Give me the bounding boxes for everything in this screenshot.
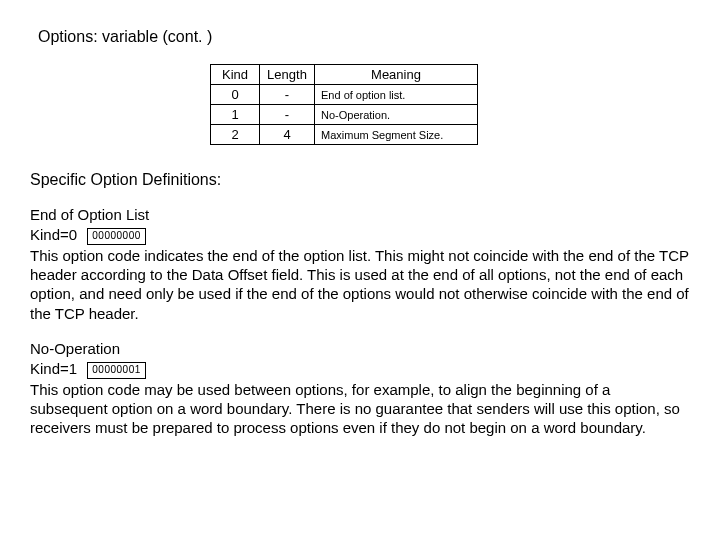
- option-kind-label: Kind=1: [30, 360, 77, 377]
- option-definition: End of Option List Kind=0 00000000 This …: [30, 205, 690, 323]
- option-kind-label: Kind=0: [30, 226, 77, 243]
- option-name: End of Option List: [30, 205, 690, 224]
- table-row: 0 - End of option list.: [211, 85, 478, 105]
- option-definition: No-Operation Kind=1 00000001 This option…: [30, 339, 690, 438]
- option-name: No-Operation: [30, 339, 690, 358]
- col-length: Length: [260, 65, 315, 85]
- cell-kind: 2: [211, 125, 260, 145]
- cell-length: -: [260, 105, 315, 125]
- page-title: Options: variable (cont. ): [38, 28, 690, 46]
- cell-length: -: [260, 85, 315, 105]
- table-row: 1 - No-Operation.: [211, 105, 478, 125]
- cell-meaning: No-Operation.: [315, 105, 478, 125]
- cell-meaning: Maximum Segment Size.: [315, 125, 478, 145]
- option-description: This option code may be used between opt…: [30, 380, 690, 438]
- cell-meaning: End of option list.: [315, 85, 478, 105]
- cell-kind: 0: [211, 85, 260, 105]
- section-heading: Specific Option Definitions:: [30, 171, 690, 189]
- table-row: 2 4 Maximum Segment Size.: [211, 125, 478, 145]
- option-description: This option code indicates the end of th…: [30, 246, 690, 323]
- table-header-row: Kind Length Meaning: [211, 65, 478, 85]
- option-kind-line: Kind=0 00000000: [30, 225, 690, 245]
- col-meaning: Meaning: [315, 65, 478, 85]
- cell-kind: 1: [211, 105, 260, 125]
- option-bits: 00000000: [87, 228, 146, 245]
- cell-length: 4: [260, 125, 315, 145]
- option-bits: 00000001: [87, 362, 146, 379]
- col-kind: Kind: [211, 65, 260, 85]
- option-kind-line: Kind=1 00000001: [30, 359, 690, 379]
- options-table: Kind Length Meaning 0 - End of option li…: [210, 64, 478, 145]
